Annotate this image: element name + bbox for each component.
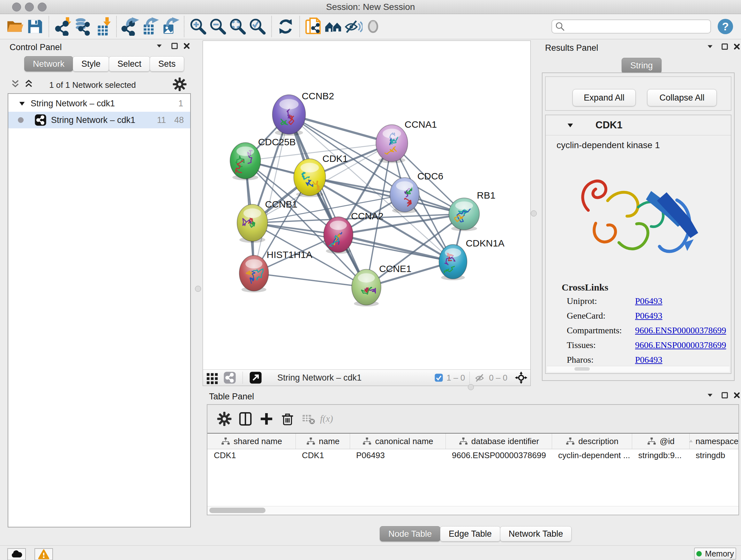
export-table-icon [141, 17, 159, 36]
column-header-name[interactable]: name [295, 434, 350, 449]
search-box[interactable] [551, 19, 711, 34]
table-row[interactable]: CDK1CDK1P064939606.ENSP00000378699cyclin… [207, 448, 738, 462]
help-button[interactable]: ? [717, 18, 734, 35]
network-row-selected[interactable]: String Network – cdk1 11 48 [8, 112, 190, 128]
table-panel-close-button[interactable] [731, 390, 741, 401]
results-panel-float-button[interactable] [719, 41, 730, 52]
table-cell[interactable]: 9606.ENSP00000378699 [446, 448, 552, 462]
string-home-button[interactable] [324, 16, 343, 37]
table-panel-float-button[interactable] [719, 390, 730, 401]
zoom-fit-button[interactable] [228, 16, 248, 37]
node-RB1[interactable] [449, 198, 479, 231]
string-badge-gray-button[interactable] [221, 368, 238, 387]
table-cell[interactable]: cyclin-dependent ... [552, 448, 632, 462]
export-table-button[interactable] [140, 16, 160, 37]
open-session-button[interactable] [5, 16, 25, 37]
tab-style[interactable]: Style [73, 56, 109, 71]
birds-eye-view-button[interactable] [203, 368, 221, 387]
node-CCNB2[interactable] [273, 95, 306, 136]
column-header-namespace[interactable]: namespace [689, 434, 738, 449]
crosslink-value-link[interactable]: P06493 [635, 355, 663, 365]
expand-all-button[interactable]: Expand All [572, 89, 636, 106]
zoom-out-button[interactable] [208, 16, 228, 37]
zoom-in-button[interactable] [188, 16, 208, 37]
string-visibility-button[interactable] [343, 16, 363, 37]
column-header-description[interactable]: description [552, 434, 632, 449]
gene-entry-header[interactable]: CDK1 [546, 115, 731, 135]
scrollbar-thumb[interactable] [575, 367, 590, 371]
memory-button[interactable]: Memory [694, 548, 736, 560]
crosslink-value-link[interactable]: P06493 [635, 311, 663, 321]
tab-sets[interactable]: Sets [150, 56, 184, 71]
tab-string[interactable]: String [622, 58, 662, 73]
zoom-selected-button[interactable] [248, 16, 267, 37]
control-panel-menu-button[interactable] [154, 41, 165, 51]
open-in-string-button[interactable] [247, 368, 264, 387]
splitter-handle-left[interactable] [195, 286, 201, 292]
results-panel-menu-button[interactable] [704, 41, 716, 52]
string-eye-button[interactable] [363, 16, 383, 37]
collapse-all-button[interactable]: Collapse All [647, 89, 717, 106]
tab-select[interactable]: Select [109, 56, 150, 71]
node-CDKN1A[interactable] [439, 245, 467, 280]
table-cell[interactable]: P06493 [350, 448, 446, 462]
results-hscrollbar[interactable] [547, 366, 730, 372]
collapse-all-networks-button[interactable] [10, 78, 22, 91]
edge-HIST1H1A-CCNE1[interactable] [254, 273, 366, 287]
search-input[interactable] [565, 21, 708, 32]
crosshair-move-icon [515, 371, 528, 384]
table-options-button[interactable] [214, 409, 235, 428]
string-import-button[interactable] [304, 16, 324, 37]
expand-all-networks-button[interactable] [23, 78, 36, 91]
node-CDC25B[interactable] [230, 142, 261, 180]
crosslink-value-link[interactable]: 9606.ENSP00000378699 [635, 340, 726, 350]
node-CCNA1[interactable] [376, 125, 408, 163]
column-header-shared-name[interactable]: shared name [207, 434, 295, 449]
export-network-icon [121, 17, 140, 36]
create-column-button[interactable] [256, 409, 277, 428]
table-cell[interactable]: CDK1 [207, 448, 295, 462]
crosslink-value-link[interactable]: P06493 [635, 296, 663, 306]
show-columns-button[interactable] [235, 409, 256, 428]
tab-network[interactable]: Network [24, 56, 73, 71]
tab-edge-table[interactable]: Edge Table [440, 526, 500, 542]
column-header-id[interactable]: @id [632, 434, 689, 449]
refresh-view-button[interactable] [276, 16, 295, 37]
save-session-button[interactable] [25, 16, 45, 37]
control-panel-close-button[interactable] [181, 41, 192, 51]
checkbox-checked-icon[interactable] [434, 373, 443, 382]
tab-node-table[interactable]: Node Table [380, 526, 441, 542]
warnings-button[interactable] [35, 548, 53, 560]
control-panel-float-button[interactable] [169, 41, 180, 51]
crosslink-value-link[interactable]: 9606.ENSP00000378699 [635, 325, 726, 335]
cloud-status-button[interactable] [7, 548, 26, 560]
network-collection-row[interactable]: String Network – cdk1 1 [8, 95, 190, 112]
export-network-button[interactable] [121, 16, 140, 37]
node-CCNB1[interactable] [237, 204, 268, 243]
column-header-canonical-name[interactable]: canonical name [350, 434, 446, 449]
delete-column-button[interactable] [277, 409, 298, 428]
import-table-file-button[interactable] [92, 16, 112, 37]
splitter-handle-right[interactable] [531, 210, 537, 216]
table-cell[interactable]: stringdb [689, 448, 738, 462]
node-HIST1H1A[interactable] [239, 255, 269, 293]
table-cell[interactable]: CDK1 [295, 448, 350, 462]
node-CCNE1[interactable] [352, 269, 381, 307]
import-network-file-button[interactable] [53, 16, 73, 37]
table-panel-menu-button[interactable] [704, 390, 716, 401]
string-home-icon [324, 17, 343, 36]
network-options-button[interactable] [172, 77, 188, 92]
table-hscrollbar[interactable] [207, 506, 738, 515]
scrollbar-thumb[interactable] [209, 508, 266, 513]
fit-selected-button[interactable] [512, 368, 530, 387]
toolbar-separator [184, 16, 185, 37]
network-canvas[interactable]: CCNB2CCNA1CDC25BCDK1CDC6RB1CCNB1CCNA2CDK… [203, 41, 530, 370]
column-header-database-identifier[interactable]: database identifier [446, 434, 552, 449]
results-panel-close-button[interactable] [731, 41, 741, 52]
edge-CCNB2-CCNE1[interactable] [289, 115, 366, 287]
tab-network-table[interactable]: Network Table [500, 526, 572, 542]
splitter-handle-bottom[interactable] [468, 384, 474, 390]
import-network-database-button[interactable] [73, 16, 92, 37]
table-cell[interactable]: stringdb:9... [632, 448, 689, 462]
export-image-button[interactable] [160, 16, 180, 37]
